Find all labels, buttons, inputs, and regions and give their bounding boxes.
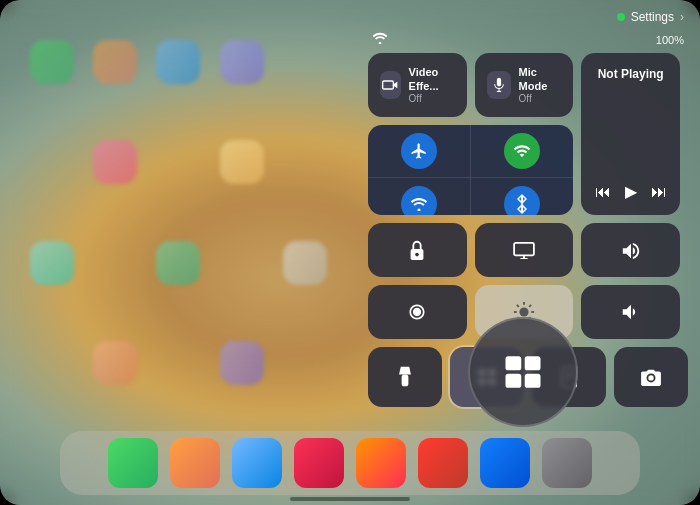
svg-point-0: [379, 42, 382, 44]
dock-calendar-icon[interactable]: [418, 438, 468, 488]
dock-messages-icon[interactable]: [108, 438, 158, 488]
svg-point-9: [415, 253, 419, 257]
settings-active-dot: [617, 13, 625, 21]
video-effects-sublabel: Off: [409, 93, 455, 104]
dock: [60, 431, 640, 495]
magnify-overlay: [468, 317, 578, 427]
settings-label[interactable]: Settings: [631, 10, 674, 24]
mic-mode-tile[interactable]: Mic Mode Off: [475, 53, 574, 117]
svg-rect-1: [383, 81, 394, 89]
focus-button[interactable]: [368, 285, 467, 339]
wifi-status-icon: [372, 32, 388, 47]
now-playing-title: Not Playing: [598, 67, 664, 81]
video-effects-icon: [380, 71, 401, 99]
dock-settings-icon[interactable]: [542, 438, 592, 488]
svg-rect-10: [514, 243, 534, 256]
battery-percentage: 100%: [656, 34, 684, 46]
dock-mail-icon[interactable]: [232, 438, 282, 488]
cellular-icon: [504, 133, 540, 169]
airplane-mode-icon: [401, 133, 437, 169]
svg-rect-30: [506, 356, 522, 370]
camera-button[interactable]: [614, 347, 688, 407]
dock-safari-icon[interactable]: [170, 438, 220, 488]
cellular-button[interactable]: [471, 125, 574, 178]
svg-rect-20: [402, 374, 409, 386]
video-effects-label: Video Effe...: [409, 66, 455, 92]
wifi-icon: [401, 186, 437, 215]
wifi-button[interactable]: [368, 178, 471, 215]
screen-lock-button[interactable]: [368, 223, 467, 277]
now-playing-controls: ⏮ ▶ ⏭: [595, 182, 667, 201]
svg-point-11: [519, 307, 528, 316]
next-track-button[interactable]: ⏭: [651, 183, 667, 201]
svg-rect-3: [496, 78, 500, 87]
now-playing-tile[interactable]: Not Playing ⏮ ▶ ⏭: [581, 53, 680, 215]
mic-mode-sublabel: Off: [519, 93, 562, 104]
svg-rect-32: [506, 374, 522, 388]
dock-appstore-icon[interactable]: [480, 438, 530, 488]
bluetooth-icon: [504, 186, 540, 215]
dock-photos-icon[interactable]: [356, 438, 406, 488]
connectivity-block: [368, 125, 573, 215]
screen-mirror-button[interactable]: [475, 223, 574, 277]
svg-point-6: [417, 209, 420, 212]
dock-music-icon[interactable]: [294, 438, 344, 488]
settings-chevron-icon: ›: [680, 10, 684, 24]
play-pause-button[interactable]: ▶: [625, 182, 637, 201]
home-indicator: [290, 497, 410, 501]
bg-apps-grid: [20, 30, 340, 435]
svg-rect-33: [525, 374, 541, 388]
airplane-mode-button[interactable]: [368, 125, 471, 178]
mic-mode-icon: [487, 71, 511, 99]
bluetooth-button[interactable]: [471, 178, 574, 215]
cc-settings-row: Settings ›: [368, 8, 688, 26]
volume-control[interactable]: [581, 223, 680, 277]
svg-rect-31: [525, 356, 541, 370]
ipad-frame: Settings › 100%: [0, 0, 700, 505]
flashlight-button[interactable]: [368, 347, 442, 407]
svg-line-16: [517, 305, 519, 307]
mic-mode-label: Mic Mode: [519, 66, 562, 92]
volume-slider[interactable]: [581, 285, 680, 339]
video-effects-tile[interactable]: Video Effe... Off: [368, 53, 467, 117]
prev-track-button[interactable]: ⏮: [595, 183, 611, 201]
svg-line-18: [529, 305, 531, 307]
cc-status-bar: 100%: [368, 32, 688, 47]
